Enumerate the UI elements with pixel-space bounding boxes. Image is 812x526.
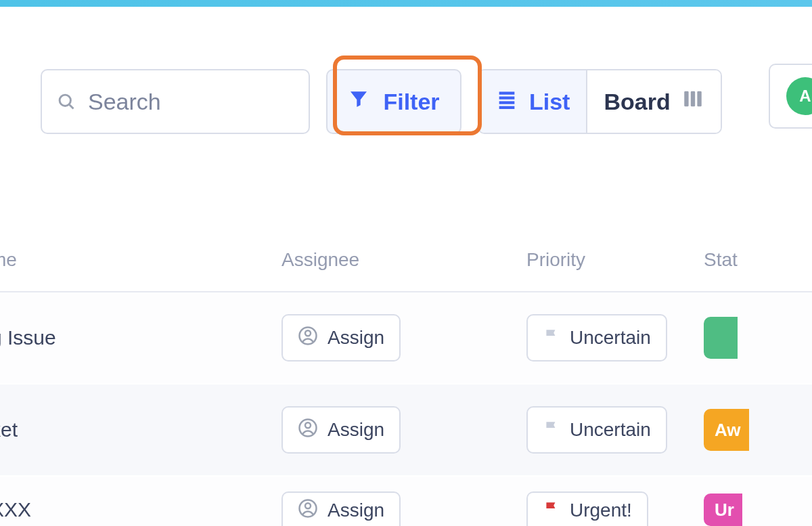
svg-point-12 — [305, 422, 311, 428]
search-icon — [57, 92, 76, 111]
priority-label: Urgent! — [570, 500, 632, 521]
ticket-name: XXX — [0, 498, 281, 521]
assign-label: Assign — [328, 327, 384, 349]
avatar: A — [786, 77, 812, 115]
list-icon — [495, 87, 518, 116]
assign-button[interactable]: Assign — [281, 406, 401, 454]
svg-point-10 — [305, 330, 311, 336]
priority-button[interactable]: Urgent! — [526, 491, 648, 526]
svg-rect-7 — [691, 91, 695, 107]
user-icon — [298, 418, 318, 443]
list-view-label: List — [529, 89, 570, 115]
priority-button[interactable]: Uncertain — [526, 314, 667, 361]
search-box[interactable] — [41, 69, 310, 134]
assign-label: Assign — [328, 419, 384, 441]
view-switcher: List Board — [478, 69, 722, 134]
ticket-table: me Assignee Priority Stat g Issue Assign — [0, 249, 812, 526]
search-input[interactable] — [88, 89, 294, 115]
assign-button[interactable]: Assign — [281, 491, 401, 526]
filter-label: Filter — [383, 89, 439, 115]
funnel-icon — [348, 88, 369, 115]
user-icon — [298, 326, 318, 351]
table-row[interactable]: ket Assign Uncertain — [0, 385, 812, 477]
board-icon — [681, 87, 704, 116]
filter-button[interactable]: Filter — [326, 69, 461, 134]
svg-point-0 — [60, 95, 70, 106]
priority-button[interactable]: Uncertain — [526, 406, 667, 454]
avatar-initial: A — [799, 87, 811, 106]
status-badge[interactable]: Ur — [704, 494, 742, 526]
priority-label: Uncertain — [570, 327, 651, 349]
column-header-name[interactable]: me — [0, 249, 281, 271]
table-row[interactable]: XXX Assign Urgent! — [0, 477, 812, 526]
user-avatar-button[interactable]: A — [769, 64, 812, 129]
assign-button[interactable]: Assign — [281, 314, 401, 361]
board-view-label: Board — [604, 89, 670, 115]
column-header-status[interactable]: Stat — [704, 249, 812, 271]
table-header: me Assignee Priority Stat — [0, 249, 812, 292]
board-view-button[interactable]: Board — [586, 70, 720, 133]
column-header-assignee[interactable]: Assignee — [281, 249, 526, 271]
svg-rect-8 — [697, 91, 701, 107]
window-top-bar — [0, 0, 812, 7]
svg-rect-6 — [684, 91, 688, 107]
flag-icon — [543, 500, 560, 522]
svg-point-14 — [305, 503, 311, 508]
flag-icon — [543, 327, 560, 349]
assign-label: Assign — [328, 500, 384, 521]
priority-label: Uncertain — [570, 419, 651, 441]
svg-line-1 — [70, 105, 74, 109]
flag-icon — [543, 419, 560, 441]
ticket-name: g Issue — [0, 326, 281, 349]
status-badge[interactable]: Aw — [704, 409, 749, 451]
status-badge[interactable] — [704, 317, 738, 359]
list-view-button[interactable]: List — [479, 70, 586, 133]
toolbar: Filter List Board — [0, 7, 812, 134]
ticket-name: ket — [0, 418, 281, 441]
table-row[interactable]: g Issue Assign Uncertain — [0, 292, 812, 385]
user-icon — [298, 498, 318, 523]
column-header-priority[interactable]: Priority — [526, 249, 704, 271]
